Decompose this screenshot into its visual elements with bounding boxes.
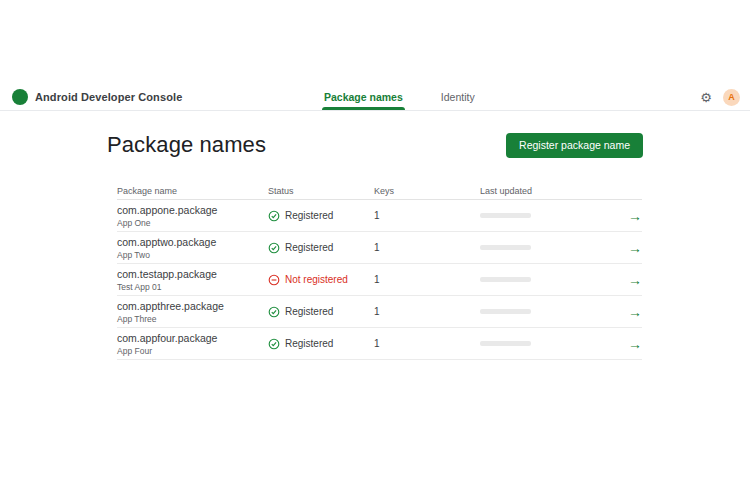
last-updated-placeholder: [480, 213, 531, 218]
nav-tabs: Package names Identity: [322, 84, 477, 110]
keys-count: 1: [374, 274, 480, 285]
status-label: Registered: [285, 242, 333, 253]
table-row[interactable]: com.testapp.package Test App 01 Not regi…: [117, 264, 642, 296]
arrow-right-icon[interactable]: →: [628, 241, 642, 255]
brand: Android Developer Console: [0, 89, 182, 105]
last-updated-placeholder: [480, 245, 531, 250]
package-name: com.appthree.package: [117, 300, 268, 312]
table-body: com.appone.package App One Registered 1 …: [117, 200, 642, 360]
app-name: App Four: [117, 346, 268, 356]
status-label: Registered: [285, 338, 333, 349]
arrow-right-icon[interactable]: →: [628, 273, 642, 287]
package-name: com.appone.package: [117, 204, 268, 216]
package-name: com.testapp.package: [117, 268, 268, 280]
last-updated-placeholder: [480, 341, 531, 346]
status-label: Registered: [285, 306, 333, 317]
package-table: Package name Status Keys Last updated co…: [117, 184, 642, 360]
register-package-name-button[interactable]: Register package name: [506, 133, 643, 158]
app-name: App Three: [117, 314, 268, 324]
status-not-registered-icon: [268, 274, 280, 286]
status-registered-icon: [268, 306, 280, 318]
avatar[interactable]: A: [723, 89, 740, 106]
last-updated-placeholder: [480, 277, 531, 282]
tab-package-names[interactable]: Package names: [322, 84, 405, 110]
app-name: App One: [117, 218, 268, 228]
last-updated-placeholder: [480, 309, 531, 314]
status-registered-icon: [268, 338, 280, 350]
table-row[interactable]: com.appone.package App One Registered 1 …: [117, 200, 642, 232]
app-name: App Two: [117, 250, 268, 260]
status-registered-icon: [268, 210, 280, 222]
settings-gear-icon[interactable]: ⚙: [700, 91, 712, 104]
keys-count: 1: [374, 306, 480, 317]
arrow-right-icon[interactable]: →: [628, 209, 642, 223]
package-name: com.appfour.package: [117, 332, 268, 344]
column-header-last-updated: Last updated: [480, 186, 612, 196]
package-name: com.apptwo.package: [117, 236, 268, 248]
arrow-right-icon[interactable]: →: [628, 337, 642, 351]
status-label: Registered: [285, 210, 333, 221]
status-registered-icon: [268, 242, 280, 254]
column-header-keys: Keys: [374, 186, 480, 196]
keys-count: 1: [374, 210, 480, 221]
keys-count: 1: [374, 242, 480, 253]
arrow-right-icon[interactable]: →: [628, 305, 642, 319]
page-head: Package names Register package name: [107, 131, 643, 159]
page-title: Package names: [107, 132, 266, 158]
top-app-bar: Android Developer Console Package names …: [0, 84, 750, 111]
column-header-package-name: Package name: [117, 186, 268, 196]
table-row[interactable]: com.apptwo.package App Two Registered 1 …: [117, 232, 642, 264]
app-title: Android Developer Console: [35, 91, 182, 103]
topbar-actions: ⚙ A: [700, 84, 740, 110]
status-label: Not registered: [285, 274, 348, 285]
tab-identity[interactable]: Identity: [439, 84, 477, 110]
table-row[interactable]: com.appthree.package App Three Registere…: [117, 296, 642, 328]
table-header-row: Package name Status Keys Last updated: [117, 184, 642, 200]
app-name: Test App 01: [117, 282, 268, 292]
android-logo-icon: [12, 89, 28, 105]
keys-count: 1: [374, 338, 480, 349]
table-row[interactable]: com.appfour.package App Four Registered …: [117, 328, 642, 360]
column-header-status: Status: [268, 186, 374, 196]
